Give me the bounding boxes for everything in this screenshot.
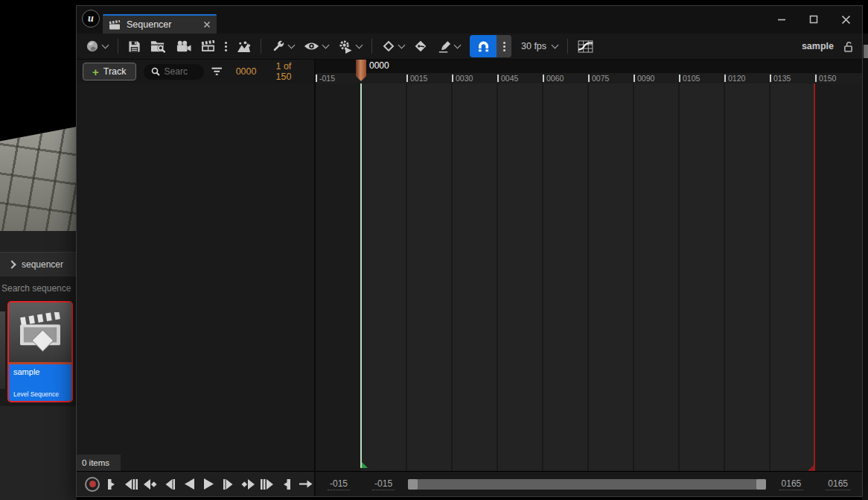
content-browser-search-input[interactable]: Search sequence [0, 276, 77, 300]
render-options-button[interactable] [225, 42, 227, 51]
create-camera-button[interactable] [176, 40, 191, 52]
tab-sequencer[interactable]: Sequencer [103, 14, 217, 34]
working-range-end-field[interactable]: 0165 [826, 478, 850, 490]
chevron-down-icon [102, 41, 109, 48]
screen: { "window": { "tab_title": "Sequencer", … [0, 0, 868, 500]
background-right-sliver [862, 34, 868, 500]
ruler-tick-0015: 0015 [410, 74, 427, 83]
snap-options-button[interactable] [497, 35, 511, 57]
unlock-icon[interactable] [843, 41, 853, 52]
ruler-tick-0150: 0150 [819, 74, 836, 83]
content-browser-folder-row[interactable]: sequencer [0, 252, 77, 276]
previous-key-button[interactable] [142, 475, 159, 493]
playback-start-line[interactable] [360, 83, 362, 468]
advance-button[interactable] [298, 475, 314, 493]
separator [567, 39, 568, 54]
view-range-start-field[interactable]: -015 [372, 478, 395, 490]
jump-to-end-button[interactable] [259, 475, 275, 493]
playback-options-icon [338, 39, 353, 54]
content-browser-tiles: sample Level Sequence [0, 300, 77, 406]
tab-close-icon[interactable] [203, 21, 211, 28]
curve-channels-button[interactable] [578, 40, 593, 53]
marked-frames-button[interactable] [437, 39, 460, 54]
ruler-tick-0135: 0135 [773, 74, 791, 83]
step-forward-button[interactable] [220, 475, 237, 493]
jump-to-front-button[interactable] [123, 475, 139, 493]
find-in-content-browser-button[interactable] [150, 39, 166, 53]
browse-icon [150, 39, 166, 53]
plus-icon: + [92, 66, 99, 77]
record-button[interactable] [84, 475, 100, 493]
fps-label: 30 fps [521, 41, 546, 51]
asset-label-area: sample Level Sequence [9, 364, 71, 401]
folder-row-label: sequencer [22, 259, 63, 270]
fps-dropdown[interactable]: 30 fps [521, 41, 558, 51]
close-button[interactable] [840, 13, 852, 25]
play-forward-button[interactable] [200, 475, 217, 493]
next-key-button[interactable] [240, 475, 256, 493]
snap-toggle-button[interactable] [470, 35, 497, 57]
set-start-button[interactable] [103, 475, 120, 493]
background-editor-column: sequencer Search sequence sample Level S… [0, 0, 77, 500]
auto-key-button[interactable] [414, 39, 427, 53]
background-panel [0, 231, 77, 252]
gridline-frame-45 [497, 83, 498, 471]
sequencer-toolbar: 30 fps sample [77, 34, 862, 60]
range-bar: -015 -015 0165 0165 [316, 471, 862, 496]
track-outliner-empty[interactable] [77, 83, 314, 455]
playback-options-button[interactable] [338, 39, 362, 54]
maximize-button[interactable] [808, 13, 820, 25]
ruler-tick-0045: 0045 [501, 74, 518, 83]
gridline-frame-105 [678, 83, 680, 471]
set-end-button[interactable] [278, 475, 295, 493]
autokey-icon [414, 39, 427, 53]
world-dropdown-button[interactable] [86, 39, 108, 53]
window-controls [776, 10, 852, 28]
marker-pen-icon [437, 39, 451, 54]
render-movie-icon [201, 40, 215, 52]
timeline-body[interactable] [316, 83, 862, 471]
sequencer-settings-button[interactable] [271, 39, 294, 54]
search-icon [151, 67, 160, 76]
chevron-down-icon [288, 41, 296, 48]
current-frame-field[interactable]: 0000 [236, 66, 257, 77]
adjacent-asset-tile[interactable] [0, 311, 5, 389]
chevron-down-icon [398, 41, 406, 48]
render-movie-button[interactable] [201, 40, 215, 52]
add-track-button[interactable]: + Track [83, 63, 136, 80]
timeline-scrollbar[interactable] [408, 479, 766, 490]
level-sequence-asset-tile[interactable]: sample Level Sequence [7, 301, 73, 402]
minimize-button[interactable] [776, 13, 788, 25]
filter-icon[interactable] [211, 67, 222, 76]
save-button[interactable] [128, 40, 141, 53]
working-range-start-field[interactable]: -015 [328, 478, 350, 490]
transport-controls [77, 471, 314, 496]
unreal-logo-icon[interactable]: u [82, 10, 100, 28]
play-reverse-button[interactable] [181, 475, 197, 493]
add-track-label: Track [103, 66, 127, 77]
curve-editor-button[interactable] [237, 40, 251, 53]
view-options-button[interactable] [304, 41, 328, 51]
save-icon [128, 40, 141, 53]
gridline-frame-90 [633, 83, 634, 471]
gridline-frame-15 [406, 83, 407, 471]
chevron-down-icon [322, 41, 330, 48]
scrollbar-right-handle[interactable] [756, 479, 766, 490]
scrollbar-left-handle[interactable] [408, 479, 418, 490]
ruler-tick-0030: 0030 [456, 74, 473, 83]
keyframe-options-button[interactable] [382, 39, 404, 53]
playback-end-line[interactable] [814, 83, 815, 471]
snapping-group [470, 35, 511, 57]
step-back-button[interactable] [162, 475, 178, 493]
ruler-tick-0120: 0120 [728, 74, 745, 83]
chevron-down-icon [552, 41, 559, 48]
track-toolbar: + Track Searc 0000 1 of 150 [77, 60, 314, 83]
level-sequence-icon [18, 312, 63, 352]
ruler-tick-0105: 0105 [683, 74, 700, 83]
time-ruler[interactable]: 0000 -0150015003000450060007500900105012… [316, 60, 862, 83]
gridline-frame-135 [769, 83, 770, 471]
view-range-end-field[interactable]: 0165 [779, 478, 804, 490]
track-search-input[interactable]: Searc [144, 64, 205, 80]
playhead-frame-label: 0000 [369, 60, 389, 71]
ruler-tick-0060: 0060 [546, 74, 564, 83]
